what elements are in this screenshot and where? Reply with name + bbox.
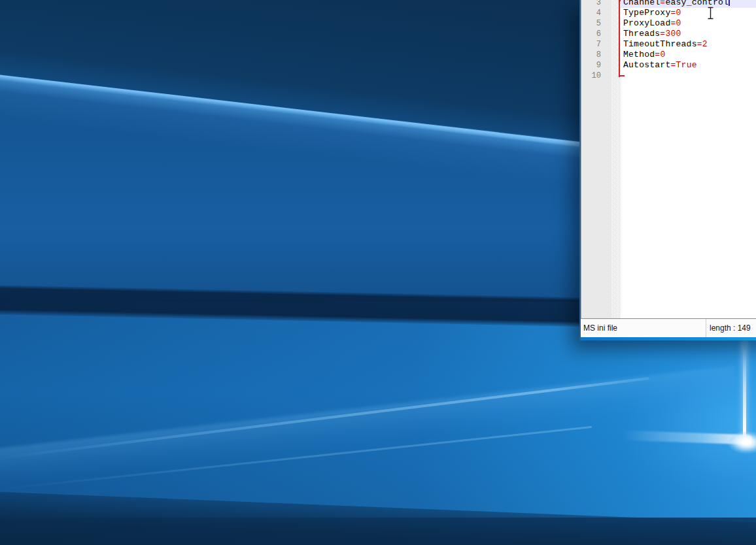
ini-assignment: = xyxy=(670,60,676,70)
ini-value: 0 xyxy=(676,8,681,18)
fold-margin-cell[interactable] xyxy=(611,50,621,60)
notepad-window: 3 Channel=easy_control 4 TypeProxy=0 5 P… xyxy=(579,0,756,340)
editor-line[interactable]: 3 Channel=easy_control xyxy=(581,0,756,8)
ibeam-cursor-icon xyxy=(706,7,715,20)
editor-line-text[interactable]: ProxyLoad=0 xyxy=(621,18,756,29)
line-number[interactable]: 10 xyxy=(581,71,611,81)
line-number[interactable]: 6 xyxy=(581,29,611,39)
fold-margin-cell[interactable] xyxy=(611,8,621,18)
ini-value: 300 xyxy=(665,29,681,39)
ini-value: 0 xyxy=(676,18,681,28)
line-number[interactable]: 3 xyxy=(581,0,611,8)
status-doc-type: MS ini file xyxy=(581,319,706,337)
ini-assignment: = xyxy=(670,8,676,18)
editor-line-text[interactable]: Threads=300 xyxy=(621,29,756,39)
ini-value: True xyxy=(676,60,697,70)
line-number[interactable]: 7 xyxy=(581,39,611,50)
ini-assignment: = xyxy=(697,39,702,49)
ini-key: Channel xyxy=(623,0,660,7)
ini-assignment: = xyxy=(670,18,676,28)
editor-line[interactable]: 4 TypeProxy=0 xyxy=(581,8,756,18)
fold-margin-cell[interactable] xyxy=(611,18,621,29)
fold-margin-cell[interactable] xyxy=(611,0,621,8)
editor-line[interactable]: 9 Autostart=True xyxy=(581,60,756,71)
ini-value: easy_control xyxy=(665,0,729,7)
window-border-bottom xyxy=(581,337,756,340)
ini-key: Threads xyxy=(623,29,660,39)
editor-line-text[interactable]: TypeProxy=0 xyxy=(621,8,756,18)
editor-line-text[interactable]: TimeoutThreads=2 xyxy=(621,39,756,50)
editor-pane[interactable]: 3 Channel=easy_control 4 TypeProxy=0 5 P… xyxy=(581,0,756,318)
wallpaper-flare xyxy=(719,426,756,459)
ini-key: Autostart xyxy=(623,60,670,70)
fold-margin-cell[interactable] xyxy=(611,39,621,50)
text-caret xyxy=(729,0,730,6)
editor-line[interactable]: 5 ProxyLoad=0 xyxy=(581,18,756,29)
ini-key: TypeProxy xyxy=(623,8,670,18)
editor-line[interactable]: 10 xyxy=(581,71,756,81)
editor-line-text[interactable] xyxy=(621,71,756,81)
editor-line-text[interactable]: Autostart=True xyxy=(621,60,756,71)
line-number[interactable]: 8 xyxy=(581,50,611,60)
line-number[interactable]: 4 xyxy=(581,8,611,18)
ini-key: ProxyLoad xyxy=(623,18,670,28)
line-number[interactable]: 5 xyxy=(581,18,611,29)
editor-line[interactable]: 6 Threads=300 xyxy=(581,29,756,39)
line-number[interactable]: 9 xyxy=(581,60,611,71)
ini-key: Method xyxy=(623,50,655,59)
status-bar: MS ini file length : 149 xyxy=(581,318,756,337)
status-length: length : 149 xyxy=(706,319,756,337)
editor-rows: 3 Channel=easy_control 4 TypeProxy=0 5 P… xyxy=(581,0,756,81)
editor-line[interactable]: 7 TimeoutThreads=2 xyxy=(581,39,756,50)
ini-value: 2 xyxy=(702,39,708,49)
editor-line-text[interactable]: Channel=easy_control xyxy=(621,0,756,8)
fold-margin-cell[interactable] xyxy=(611,29,621,39)
editor-line-text[interactable]: Method=0 xyxy=(621,50,756,60)
screen: 3 Channel=easy_control 4 TypeProxy=0 5 P… xyxy=(0,0,756,545)
ini-key: TimeoutThreads xyxy=(623,39,697,49)
fold-margin-cell[interactable] xyxy=(611,60,621,71)
ini-value: 0 xyxy=(660,50,665,59)
editor-line[interactable]: 8 Method=0 xyxy=(581,50,756,60)
fold-margin-cell[interactable] xyxy=(611,71,621,81)
